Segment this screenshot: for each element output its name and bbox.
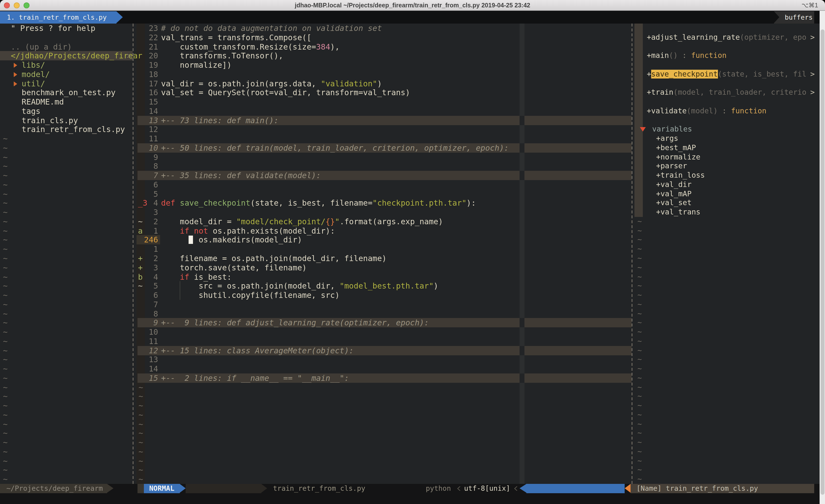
filler-tilde: ~ (0, 254, 820, 263)
tag-item-best_mAP[interactable]: +best_mAP (0, 143, 820, 153)
tag-item-main[interactable]: +main() : function (0, 51, 820, 61)
filler-tilde: ~ (0, 226, 820, 235)
filler-tilde: ~ (0, 447, 820, 456)
filler-tilde: ~ (0, 383, 820, 392)
filler-tilde: ~ (0, 318, 820, 328)
tag-item-adjust_learning_rate[interactable]: +adjust_learning_rate(optimizer, epo> (0, 33, 820, 42)
tag-name[interactable]: train (651, 88, 673, 97)
tag-name[interactable]: save_checkpoint (651, 70, 718, 79)
filler-tilde: ~ (0, 244, 820, 254)
tilde-icon: ~ (638, 410, 642, 420)
tilde-icon: ~ (638, 475, 642, 484)
tag-visibility-icon: + (647, 51, 651, 60)
scrollbar[interactable] (820, 11, 825, 504)
tilde-icon: ~ (638, 383, 642, 392)
powerline-arrow-icon (261, 484, 267, 493)
filler-tilde: ~ (0, 373, 820, 383)
tab-train-retr-from-cls[interactable]: 1. train_retr_from_cls.py (0, 11, 117, 23)
tag-name: +val_trans (656, 207, 700, 217)
chevron-left-icon (514, 486, 518, 490)
tag-signature: (model) (687, 106, 718, 115)
tag-item-val_mAP[interactable]: +val_mAP (0, 189, 820, 198)
tilde-icon: ~ (638, 327, 642, 337)
tag-item-args[interactable]: +args (0, 134, 820, 143)
tag-visibility-icon: + (647, 106, 651, 115)
truncation-marker: > (810, 33, 815, 42)
scrollbar-thumb[interactable] (820, 29, 824, 495)
tag-kind-header: variables (652, 125, 692, 134)
tag-name[interactable]: main (651, 51, 669, 60)
filler-tilde: ~ (0, 392, 820, 401)
tag-entry: +validate(model) : function (647, 106, 766, 116)
tag-name: +normalize (656, 152, 700, 162)
terminal-content: 1. train_retr_from_cls.py buffers " Pres… (0, 11, 825, 504)
filler-tilde: ~ (0, 309, 820, 318)
nerdtree-statusline: ~/Projects/deep_firearm (0, 484, 107, 493)
filler-tilde: ~ (0, 281, 820, 291)
filler-tilde: ~ (0, 300, 820, 309)
tilde-icon: ~ (638, 447, 642, 456)
position-segment: 86% ☰ 246/284LN : 5 (526, 484, 625, 493)
tilde-icon: ~ (638, 392, 642, 401)
fold-open-icon[interactable] (640, 128, 646, 132)
tag-section-variables[interactable]: variables (0, 125, 820, 134)
tag-item-train_loss[interactable]: +train_loss (0, 171, 820, 180)
tag-kind: function (691, 51, 727, 60)
tag-kind-sep: : (718, 106, 731, 115)
screen: jdhao-MBP.local ~/Projects/deep_firearm/… (0, 0, 825, 504)
tag-visibility-icon: + (647, 70, 651, 79)
tag-item-val_dir[interactable]: +val_dir (0, 180, 820, 189)
tab-shortcut-hint: ⌥⌘1 (802, 0, 818, 11)
vim-tabline: 1. train_retr_from_cls.py buffers (0, 11, 825, 23)
statusline-pad (138, 484, 144, 493)
tag-item-normalize[interactable]: +normalize (0, 152, 820, 162)
tilde-icon: ~ (638, 466, 642, 475)
tilde-icon: ~ (638, 438, 642, 447)
tag-entry: +adjust_learning_rate(optimizer, epo (647, 33, 806, 42)
tag-item-validate[interactable]: +validate(model) : function (0, 106, 820, 116)
tilde-icon: ~ (638, 373, 642, 383)
filler-tilde: ~ (0, 263, 820, 272)
git-segment: +8 ~3 -3 master⚡ (185, 484, 261, 493)
tag-entry: +train(model, train_loader, criterio (647, 88, 806, 97)
tilde-icon: ~ (638, 217, 642, 226)
tagbar-row (0, 97, 820, 106)
tilde-icon: ~ (638, 364, 642, 373)
statusline-filename: train_retr_from_cls.py (273, 484, 365, 493)
tag-name: +args (656, 134, 678, 143)
tilde-icon: ~ (638, 401, 642, 410)
filler-tilde: ~ (0, 355, 820, 364)
filler-tilde: ~ (0, 346, 820, 355)
tag-kind-sep: : (678, 51, 691, 60)
tag-entry: +save_checkpoint(state, is_best, fil (647, 70, 806, 79)
tag-signature: (optimizer, epo (740, 33, 806, 42)
tag-name[interactable]: validate (651, 106, 687, 115)
filler-tilde: ~ (0, 235, 820, 245)
chevron-left-icon (457, 486, 461, 490)
tag-item-save_checkpoint[interactable]: +save_checkpoint(state, is_best, fil> (0, 70, 820, 79)
tilde-icon: ~ (638, 235, 642, 245)
vim-windows: " Press ? for help.. (up a dir)</jdhao/P… (0, 23, 820, 484)
statusline: ~/Projects/deep_firearm NORMAL +8 ~3 -3 … (0, 484, 820, 493)
tag-item-parser[interactable]: +parser (0, 162, 820, 171)
statusline-filetype: python (426, 484, 451, 493)
tagbar-statusline: [Name] train_retr_from_cls.py (630, 484, 814, 493)
tag-item-val_set[interactable]: +val_set (0, 198, 820, 208)
tag-name[interactable]: adjust_learning_rate (651, 33, 740, 42)
tilde-icon: ~ (638, 281, 642, 291)
filler-tilde: ~ (0, 475, 820, 484)
tilde-icon: ~ (638, 318, 642, 328)
command-line (0, 493, 820, 504)
filler-tilde: ~ (0, 327, 820, 337)
buffers-label-text: buffers (785, 13, 813, 21)
tag-item-val_trans[interactable]: +val_trans (0, 207, 820, 217)
tilde-icon: ~ (638, 254, 642, 263)
buffers-label[interactable]: buffers (774, 11, 814, 23)
filler-tilde: ~ (0, 438, 820, 447)
tagbar-separator[interactable] (631, 23, 632, 484)
nerdtree-separator[interactable] (133, 23, 134, 484)
tag-item-train[interactable]: +train(model, train_loader, criterio> (0, 88, 820, 97)
tag-signature: (model, train_loader, criterio (673, 88, 806, 97)
powerline-arrow-icon (180, 484, 185, 493)
window-title: jdhao-MBP.local ~/Projects/deep_firearm/… (0, 0, 825, 11)
